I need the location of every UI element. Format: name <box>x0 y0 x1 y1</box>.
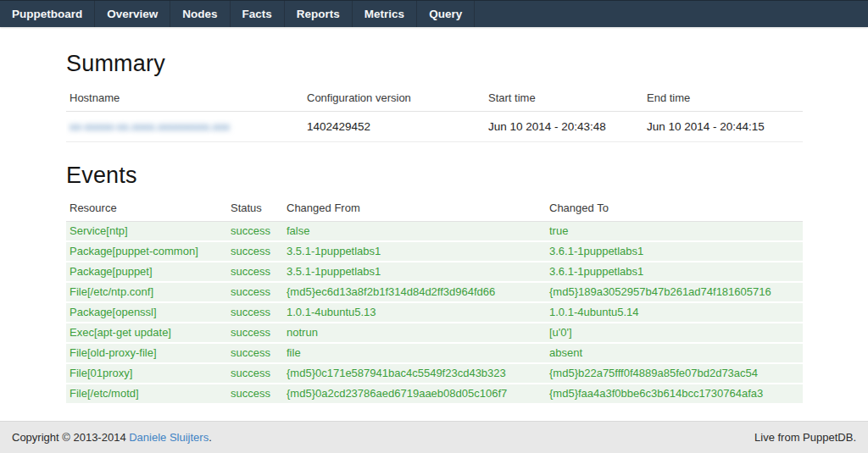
end-time-value: Jun 10 2014 - 20:44:15 <box>643 112 803 142</box>
events-col-changed-to: Changed To <box>546 196 803 222</box>
event-row: Service[ntp] success false true <box>66 222 803 242</box>
event-status: success <box>227 343 283 363</box>
nav-brand-puppetboard[interactable]: Puppetboard <box>0 1 95 27</box>
event-changed-to: {md5}b22a75fff0f4889a85fe07bd2d73ac54 <box>546 363 803 384</box>
events-header-row: Resource Status Changed From Changed To <box>66 196 803 222</box>
nav-item-query[interactable]: Query <box>417 1 475 27</box>
events-col-status: Status <box>227 196 283 222</box>
event-changed-from: 1.0.1-4ubuntu5.13 <box>283 302 546 323</box>
event-changed-from: file <box>283 343 546 363</box>
event-changed-to: [u'0'] <box>546 323 803 343</box>
event-resource: File[/etc/ntp.conf] <box>66 282 227 302</box>
event-status: success <box>227 323 283 343</box>
events-heading: Events <box>66 163 803 189</box>
event-resource: Package[puppet] <box>66 262 227 282</box>
main-content: Summary Hostname Configuration version S… <box>66 51 803 405</box>
top-navbar: Puppetboard Overview Nodes Facts Reports… <box>0 0 868 27</box>
event-changed-to: {md5}189a3052957b47b261ad74f181605716 <box>546 282 803 302</box>
event-row: Package[openssl] success 1.0.1-4ubuntu5.… <box>66 302 803 323</box>
event-changed-from: 3.5.1-1puppetlabs1 <box>283 262 546 282</box>
event-changed-from: 3.5.1-1puppetlabs1 <box>283 241 546 262</box>
events-table: Resource Status Changed From Changed To … <box>66 196 803 405</box>
summary-col-configuration-version: Configuration version <box>303 86 485 112</box>
event-changed-to: 3.6.1-1puppetlabs1 <box>546 241 803 262</box>
start-time-value: Jun 10 2014 - 20:43:48 <box>485 112 643 142</box>
event-row: File[old-proxy-file] success file absent <box>66 343 803 363</box>
event-row: File[/etc/ntp.conf] success {md5}ec6d13a… <box>66 282 803 302</box>
author-link[interactable]: Daniele Sluijters <box>129 431 209 444</box>
event-changed-from: false <box>283 222 546 242</box>
nav-item-facts[interactable]: Facts <box>231 1 285 27</box>
event-changed-from: {md5}0c171e587941bac4c5549f23cd43b323 <box>283 363 546 384</box>
event-status: success <box>227 222 283 242</box>
summary-col-hostname: Hostname <box>66 86 303 112</box>
event-changed-to: 3.6.1-1puppetlabs1 <box>546 262 803 282</box>
event-changed-to: true <box>546 222 803 242</box>
footer-copyright: Copyright © 2013-2014 Daniele Sluijters. <box>12 431 212 444</box>
event-status: success <box>227 363 283 384</box>
event-resource: File[/etc/motd] <box>66 384 227 404</box>
footer-status: Live from PuppetDB. <box>754 431 856 444</box>
event-resource: Package[puppet-common] <box>66 241 227 262</box>
event-changed-from: {md5}0a2cd23786aed6719aaeb08d05c106f7 <box>283 384 546 404</box>
event-row: File[01proxy] success {md5}0c171e587941b… <box>66 363 803 384</box>
events-col-changed-from: Changed From <box>283 196 546 222</box>
event-resource: Package[openssl] <box>66 302 227 323</box>
event-status: success <box>227 241 283 262</box>
event-resource: File[01proxy] <box>66 363 227 384</box>
summary-col-start-time: Start time <box>485 86 643 112</box>
hostname-link-redacted[interactable]: xx-xxxxx-xx.xxxx.xxxxxxxxx.xxx <box>70 120 230 133</box>
event-resource: Service[ntp] <box>66 222 227 242</box>
copyright-text-suffix: . <box>209 431 212 444</box>
summary-table: Hostname Configuration version Start tim… <box>66 86 803 142</box>
event-status: success <box>227 262 283 282</box>
event-row: File[/etc/motd] success {md5}0a2cd23786a… <box>66 384 803 404</box>
event-changed-to: 1.0.1-4ubuntu5.14 <box>546 302 803 323</box>
nav-item-reports[interactable]: Reports <box>285 1 353 27</box>
events-table-body: Service[ntp] success false true Package[… <box>66 222 803 405</box>
event-resource: File[old-proxy-file] <box>66 343 227 363</box>
event-row: Package[puppet-common] success 3.5.1-1pu… <box>66 241 803 262</box>
configuration-version-value: 1402429452 <box>303 112 485 142</box>
nav-item-metrics[interactable]: Metrics <box>353 1 417 27</box>
event-changed-from: notrun <box>283 323 546 343</box>
event-row: Exec[apt-get update] success notrun [u'0… <box>66 323 803 343</box>
summary-heading: Summary <box>66 51 803 77</box>
summary-header-row: Hostname Configuration version Start tim… <box>66 86 803 112</box>
event-resource: Exec[apt-get update] <box>66 323 227 343</box>
event-status: success <box>227 384 283 404</box>
footer: Copyright © 2013-2014 Daniele Sluijters.… <box>0 421 868 453</box>
events-col-resource: Resource <box>66 196 227 222</box>
nav-item-nodes[interactable]: Nodes <box>170 1 230 27</box>
summary-col-end-time: End time <box>643 86 803 112</box>
event-status: success <box>227 302 283 323</box>
event-changed-to: absent <box>546 343 803 363</box>
event-changed-from: {md5}ec6d13a8f2b1f314d84d2ff3d964fd66 <box>283 282 546 302</box>
event-changed-to: {md5}faa4a3f0bbe6c3b614bcc1730764afa3 <box>546 384 803 404</box>
nav-item-overview[interactable]: Overview <box>95 1 170 27</box>
summary-row: xx-xxxxx-xx.xxxx.xxxxxxxxx.xxx 140242945… <box>66 112 803 142</box>
event-row: Package[puppet] success 3.5.1-1puppetlab… <box>66 262 803 282</box>
copyright-text-prefix: Copyright © 2013-2014 <box>12 431 129 444</box>
event-status: success <box>227 282 283 302</box>
